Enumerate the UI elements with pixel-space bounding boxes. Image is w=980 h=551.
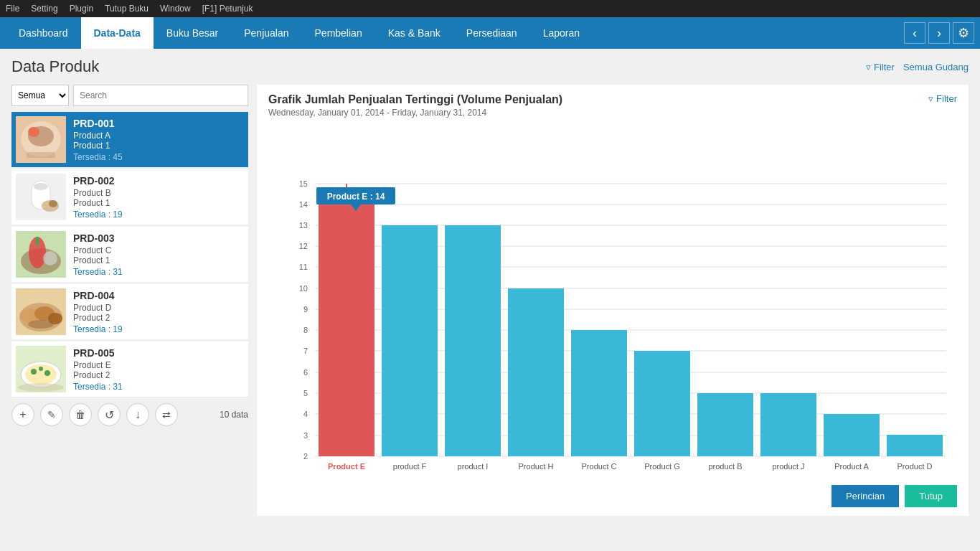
- nav-data-data[interactable]: Data-Data: [81, 17, 154, 49]
- export-button[interactable]: ⇄: [155, 403, 178, 426]
- list-item[interactable]: PRD-001 Product A Product 1 Tersedia : 4…: [11, 112, 248, 168]
- svg-text:9: 9: [303, 305, 308, 314]
- nav-dashboard[interactable]: Dashboard: [6, 17, 81, 49]
- menu-file[interactable]: File: [6, 4, 19, 14]
- product-group: Product 2: [73, 370, 244, 380]
- bar-product-a: [824, 414, 880, 456]
- main-filter-button[interactable]: ▿ Filter: [866, 62, 895, 72]
- menu-plugin[interactable]: Plugin: [70, 4, 93, 14]
- chart-filter-label: Filter: [936, 93, 957, 104]
- svg-text:product F: product F: [393, 462, 427, 471]
- bar-product-j: [760, 393, 816, 456]
- svg-text:Product E : 14: Product E : 14: [327, 192, 385, 202]
- nav-persediaan[interactable]: Persediaan: [453, 17, 530, 49]
- nav-pembelian[interactable]: Pembelian: [302, 17, 375, 49]
- nav-forward-button[interactable]: ›: [928, 22, 950, 44]
- svg-text:product B: product B: [708, 462, 742, 471]
- delete-button[interactable]: 🗑: [69, 403, 92, 426]
- category-select[interactable]: Semua: [11, 85, 69, 106]
- svg-text:Product G: Product G: [644, 462, 680, 471]
- nav-settings-icon[interactable]: ⚙: [953, 22, 974, 44]
- bar-product-c: [571, 330, 627, 456]
- content-area: Semua: [11, 85, 969, 516]
- svg-point-7: [34, 183, 48, 190]
- bar-product-f: [382, 225, 438, 456]
- product-image: [16, 288, 66, 335]
- product-stock: Tersedia : 31: [73, 382, 244, 392]
- product-group: Product 1: [73, 255, 244, 265]
- nav-kas-bank[interactable]: Kas & Bank: [375, 17, 453, 49]
- product-group: Product 2: [73, 313, 244, 323]
- download-button[interactable]: ↓: [126, 403, 149, 426]
- bar-product-b: [697, 393, 753, 456]
- nav-laporan[interactable]: Laporan: [530, 17, 593, 49]
- list-item[interactable]: PRD-004 Product D Product 2 Tersedia : 1…: [11, 284, 248, 340]
- chart-title: Grafik Jumlah Penjualan Tertinggi (Volum…: [268, 93, 957, 106]
- svg-point-20: [28, 320, 54, 329]
- filter-label: Filter: [874, 62, 895, 72]
- svg-text:13: 13: [299, 221, 308, 230]
- bar-product-i: [445, 225, 501, 456]
- svg-text:3: 3: [303, 431, 308, 440]
- list-item[interactable]: PRD-002 Product B Product 1 Tersedia : 1…: [11, 169, 248, 225]
- product-info: PRD-001 Product A Product 1 Tersedia : 4…: [73, 118, 244, 162]
- svg-text:4: 4: [303, 410, 308, 418]
- search-bar: Semua: [11, 85, 248, 106]
- svg-text:6: 6: [303, 368, 308, 377]
- product-info: PRD-005 Product E Product 2 Tersedia : 3…: [73, 347, 244, 392]
- product-info: PRD-003 Product C Product 1 Tersedia : 3…: [73, 232, 244, 277]
- chart-filter-button[interactable]: ▿ Filter: [928, 93, 957, 104]
- svg-point-9: [49, 200, 57, 207]
- chart-date: Wednesday, January 01, 2014 - Friday, Ja…: [268, 108, 957, 118]
- product-stock: Tersedia : 31: [73, 267, 244, 277]
- product-image: [16, 231, 66, 278]
- bar-product-d: [887, 435, 943, 456]
- svg-text:Product D: Product D: [897, 462, 933, 471]
- nav-back-button[interactable]: ‹: [904, 22, 925, 44]
- menu-bar: File Setting Plugin Tutup Buku Window [F…: [0, 0, 980, 17]
- product-code: PRD-002: [73, 175, 244, 187]
- svg-text:5: 5: [303, 389, 308, 397]
- product-stock: Tersedia : 19: [73, 209, 244, 220]
- nav-buku-besar[interactable]: Buku Besar: [154, 17, 231, 49]
- menu-setting[interactable]: Setting: [31, 4, 57, 14]
- product-image: [16, 346, 66, 392]
- data-count: 10 data: [220, 410, 248, 420]
- svg-text:2: 2: [303, 452, 308, 461]
- chart-container: 2 3 4 5 6 7 8 9 10 11 12 13 14 15: [268, 126, 957, 478]
- svg-text:Product E: Product E: [328, 462, 365, 471]
- add-button[interactable]: +: [11, 403, 34, 426]
- svg-text:14: 14: [299, 200, 308, 209]
- product-list: PRD-001 Product A Product 1 Tersedia : 4…: [11, 112, 248, 397]
- svg-text:product I: product I: [458, 462, 489, 471]
- svg-text:8: 8: [303, 326, 308, 334]
- svg-text:12: 12: [299, 242, 308, 250]
- product-category: Product A: [73, 131, 244, 141]
- close-button[interactable]: Tutup: [905, 485, 957, 507]
- product-category: Product C: [73, 245, 244, 255]
- svg-text:Product A: Product A: [834, 462, 869, 471]
- list-item[interactable]: PRD-005 Product E Product 2 Tersedia : 3…: [11, 342, 248, 397]
- product-stock: Tersedia : 19: [73, 324, 244, 334]
- svg-text:11: 11: [299, 263, 308, 271]
- product-image: [16, 116, 66, 163]
- list-item[interactable]: PRD-003 Product C Product 1 Tersedia : 3…: [11, 227, 248, 283]
- product-category: Product B: [73, 188, 244, 198]
- warehouse-button[interactable]: Semua Gudang: [903, 62, 969, 72]
- menu-window[interactable]: Window: [160, 4, 191, 14]
- svg-point-14: [43, 251, 57, 265]
- bottom-toolbar: + ✎ 🗑 ↺ ↓ ⇄ 10 data: [11, 403, 248, 426]
- right-panel: Grafik Jumlah Penjualan Tertinggi (Volum…: [257, 85, 969, 516]
- search-input[interactable]: [73, 85, 248, 106]
- product-stock: Tersedia : 45: [73, 152, 244, 162]
- svg-rect-13: [36, 237, 39, 245]
- detail-button[interactable]: Perincian: [831, 485, 899, 507]
- left-panel: Semua: [11, 85, 248, 516]
- menu-petunjuk[interactable]: [F1] Petunjuk: [202, 4, 253, 14]
- svg-text:10: 10: [299, 284, 308, 293]
- menu-tutup-buku[interactable]: Tutup Buku: [105, 4, 149, 14]
- page-title: Data Produk: [11, 57, 866, 76]
- refresh-button[interactable]: ↺: [98, 403, 121, 426]
- nav-penjualan[interactable]: Penjualan: [231, 17, 301, 49]
- edit-button[interactable]: ✎: [40, 403, 63, 426]
